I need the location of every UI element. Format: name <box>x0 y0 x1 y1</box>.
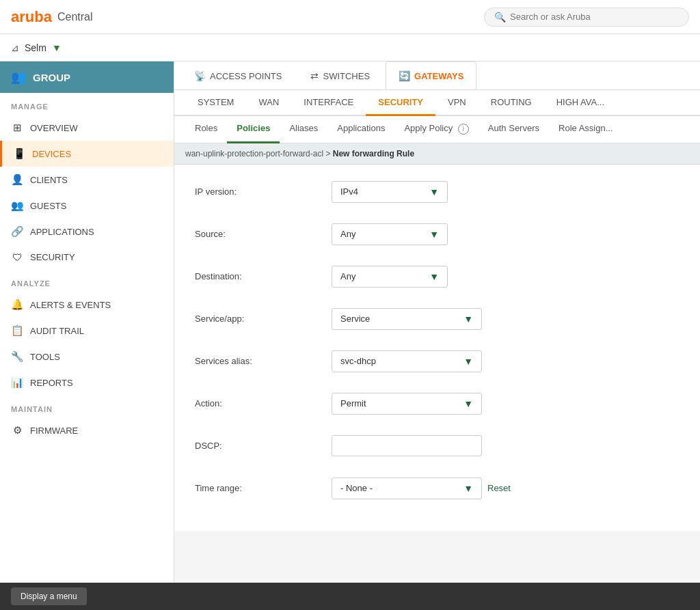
services-alias-dropdown[interactable]: svc-dhcp ▼ <box>332 350 482 372</box>
reports-icon: 📊 <box>11 376 23 389</box>
source-dropdown[interactable]: Any ▼ <box>332 223 448 245</box>
tab-interface[interactable]: INTERFACE <box>291 90 366 116</box>
time-range-value: - None - <box>340 483 373 493</box>
logo-area: aruba Central <box>11 8 93 26</box>
filter-icon: ⊿ <box>11 42 19 53</box>
sidebar-item-label: REPORTS <box>30 378 73 388</box>
tab-policies[interactable]: Policies <box>227 116 280 143</box>
secondary-tabs: SYSTEM WAN INTERFACE SECURITY VPN ROUTIN… <box>174 90 700 116</box>
dscp-input[interactable] <box>332 435 482 456</box>
tab-gateways[interactable]: 🔄 GATEWAYS <box>386 61 476 89</box>
sidebar-item-tools[interactable]: 🔧 TOOLS <box>0 344 174 370</box>
sidebar-item-audit[interactable]: 📋 AUDIT TRAIL <box>0 318 174 344</box>
form-row-action: Action: Permit ▼ <box>195 390 679 417</box>
tertiary-tabs: Roles Policies Aliases Applications Appl… <box>174 116 700 143</box>
tab-wan[interactable]: WAN <box>246 90 291 116</box>
sidebar-item-alerts[interactable]: 🔔 ALERTS & EVENTS <box>0 292 174 318</box>
sidebar-item-label: OVERVIEW <box>30 123 78 133</box>
tab-applications[interactable]: Applications <box>327 116 394 143</box>
sidebar-item-label: TOOLS <box>30 352 60 362</box>
device-tabs: 📡 ACCESS POINTS ⇄ SWITCHES 🔄 GATEWAYS <box>174 61 700 90</box>
service-app-label: Service/app: <box>195 314 332 324</box>
source-value: Any <box>340 229 355 239</box>
service-app-dropdown[interactable]: Service ▼ <box>332 308 482 330</box>
filter-arrow[interactable]: ▼ <box>52 42 62 53</box>
analyze-section: ANALYZE <box>0 270 174 292</box>
chevron-down-icon: ▼ <box>463 356 473 367</box>
sidebar-item-overview[interactable]: ⊞ OVERVIEW <box>0 115 174 141</box>
tab-vpn[interactable]: VPN <box>435 90 479 116</box>
tab-system[interactable]: SYSTEM <box>185 90 246 116</box>
tab-label: GATEWAYS <box>414 71 463 81</box>
security-icon: 🛡 <box>11 251 23 263</box>
breadcrumb: wan-uplink-protection-port-forward-acl >… <box>174 143 700 165</box>
search-icon: 🔍 <box>494 12 506 23</box>
form-row-dscp: DSCP: <box>195 432 679 460</box>
tab-aliases[interactable]: Aliases <box>280 116 327 143</box>
sidebar-item-devices[interactable]: 📱 DEVICES <box>0 141 174 167</box>
tab-roles[interactable]: Roles <box>185 116 227 143</box>
form-row-destination: Destination: Any ▼ <box>195 263 679 290</box>
service-app-value: Service <box>340 314 370 324</box>
sidebar-item-clients[interactable]: 👤 CLIENTS <box>0 167 174 193</box>
ip-version-control: IPv4 ▼ <box>332 181 448 203</box>
form-row-time-range: Time range: - None - ▼ Reset <box>195 475 679 502</box>
switch-icon: ⇄ <box>310 70 319 81</box>
ip-version-label: IP version: <box>195 186 332 197</box>
group-icon: 👥 <box>11 70 26 85</box>
top-bar: aruba Central 🔍 <box>0 0 700 34</box>
tab-apply-policy[interactable]: Apply Policy i <box>394 116 478 143</box>
sidebar-item-reports[interactable]: 📊 REPORTS <box>0 370 174 396</box>
sidebar-item-label: CLIENTS <box>30 175 68 185</box>
chevron-down-icon: ▼ <box>429 186 439 197</box>
ip-version-dropdown[interactable]: IPv4 ▼ <box>332 181 448 203</box>
action-control: Permit ▼ <box>332 393 482 415</box>
display-menu-button[interactable]: Display a menu <box>11 587 87 605</box>
form-row-service-app: Service/app: Service ▼ <box>195 305 679 333</box>
ip-version-value: IPv4 <box>340 186 358 197</box>
time-range-control: - None - ▼ Reset <box>332 477 511 499</box>
tab-switches[interactable]: ⇄ SWITCHES <box>297 61 383 89</box>
destination-dropdown[interactable]: Any ▼ <box>332 266 448 288</box>
service-app-control: Service ▼ <box>332 308 482 330</box>
tab-label: SWITCHES <box>323 71 370 81</box>
search-bar[interactable]: 🔍 <box>484 8 689 27</box>
tab-label: ACCESS POINTS <box>210 71 282 81</box>
form-row-ip-version: IP version: IPv4 ▼ <box>195 178 679 206</box>
sidebar-item-applications[interactable]: 🔗 APPLICATIONS <box>0 219 174 245</box>
sidebar-item-label: AUDIT TRAIL <box>30 326 84 336</box>
chevron-down-icon: ▼ <box>429 229 439 240</box>
devices-icon: 📱 <box>13 148 25 160</box>
search-input[interactable] <box>510 12 679 22</box>
app-title: Central <box>57 11 93 23</box>
chevron-down-icon: ▼ <box>429 271 439 282</box>
tab-security[interactable]: SECURITY <box>366 90 435 116</box>
applications-icon: 🔗 <box>11 225 23 238</box>
reset-button[interactable]: Reset <box>487 483 511 493</box>
time-range-label: Time range: <box>195 483 332 493</box>
tab-routing[interactable]: ROUTING <box>479 90 544 116</box>
breadcrumb-current: New forwarding Rule <box>333 149 414 158</box>
bottom-bar: Display a menu <box>0 583 700 610</box>
tab-access-points[interactable]: 📡 ACCESS POINTS <box>181 61 295 89</box>
tools-icon: 🔧 <box>11 350 23 363</box>
tab-high-ava[interactable]: HIGH AVA... <box>544 90 617 116</box>
form-row-services-alias: Services alias: svc-dhcp ▼ <box>195 348 679 375</box>
action-dropdown[interactable]: Permit ▼ <box>332 393 482 415</box>
gateway-icon: 🔄 <box>399 70 410 81</box>
chevron-down-icon: ▼ <box>463 314 473 324</box>
destination-value: Any <box>340 271 355 281</box>
time-range-dropdown[interactable]: - None - ▼ <box>332 477 482 499</box>
services-alias-control: svc-dhcp ▼ <box>332 350 482 372</box>
sidebar: 👥 GROUP MANAGE ⊞ OVERVIEW 📱 DEVICES 👤 CL… <box>0 61 174 583</box>
sidebar-item-firmware[interactable]: ⚙ FIRMWARE <box>0 417 174 443</box>
info-icon[interactable]: i <box>458 124 469 135</box>
sidebar-item-guests[interactable]: 👥 GUESTS <box>0 193 174 219</box>
aruba-brand: aruba <box>11 8 52 25</box>
sidebar-item-security[interactable]: 🛡 SECURITY <box>0 245 174 270</box>
manage-section: MANAGE <box>0 93 174 115</box>
tab-role-assign[interactable]: Role Assign... <box>549 116 623 143</box>
guests-icon: 👥 <box>11 199 23 212</box>
tab-auth-servers[interactable]: Auth Servers <box>479 116 549 143</box>
firmware-icon: ⚙ <box>11 424 23 436</box>
